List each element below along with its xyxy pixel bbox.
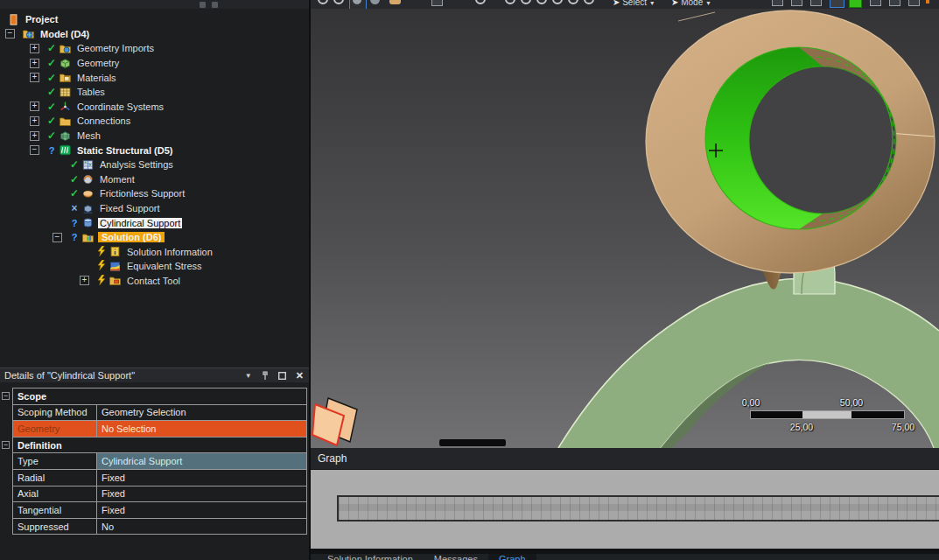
tree-item-label: Model (D4) (39, 29, 91, 39)
tree-item-mesh[interactable]: +✓Mesh (0, 129, 309, 144)
graph-panel-body (311, 470, 939, 549)
tree-item-tables[interactable]: ✓Tables (0, 85, 309, 100)
tab-graph[interactable]: Graph (488, 554, 536, 560)
details-row-value[interactable]: Fixed (97, 486, 306, 503)
zoom-icon-3[interactable] (568, 0, 578, 4)
select-filter-icon-2[interactable] (889, 0, 900, 6)
undo-arc-icon[interactable] (475, 0, 486, 4)
left-panel: Project−Model (D4)+✓Geometry Imports+✓Ge… (0, 0, 311, 560)
zoom-fit-icon[interactable] (505, 0, 515, 4)
select-face-icon[interactable] (810, 0, 822, 6)
zoom-out-icon[interactable] (333, 0, 344, 4)
select-body-active-icon[interactable] (849, 0, 862, 8)
expand-toggle[interactable]: + (30, 44, 39, 53)
section-collapse-toggle[interactable]: − (2, 392, 10, 400)
details-row-value[interactable]: No (97, 519, 306, 536)
pin-icon[interactable] (200, 2, 206, 8)
zoom-in-icon[interactable] (318, 0, 328, 4)
pan-tool-icon[interactable] (370, 0, 380, 4)
details-row-value[interactable]: Fixed (97, 470, 306, 486)
tab-messages[interactable]: Messages (424, 554, 488, 560)
tree-item-connections[interactable]: +✓Connections (0, 114, 309, 129)
ruler-label-50: 50,00 (840, 397, 863, 408)
select-face-active-button[interactable] (830, 0, 844, 8)
tree-item-solution-information[interactable]: Solution Information (0, 245, 309, 260)
select-menu[interactable]: ➤ Select ▼ (613, 0, 655, 8)
expand-toggle[interactable]: + (30, 102, 39, 111)
tree-item-label: Frictionless Support (98, 188, 186, 199)
zoom-box-icon[interactable] (521, 0, 531, 4)
tree-item-analysis-settings[interactable]: ✓Analysis Settings (0, 158, 309, 172)
expand-toggle[interactable]: − (53, 233, 62, 242)
section-collapse-toggle[interactable]: − (2, 441, 10, 449)
details-row-label: Radial (13, 470, 97, 486)
details-row-label: Tangential (13, 502, 97, 519)
select-filter-icon-3[interactable] (908, 0, 920, 6)
expand-toggle[interactable]: − (5, 29, 15, 38)
tree-item-label: Solution (D6) (98, 232, 165, 242)
tree-item-static-structural-d5[interactable]: −?Static Structural (D5) (0, 143, 309, 158)
check-icon: ✓ (69, 173, 80, 186)
zoom-icon-2[interactable] (552, 0, 563, 4)
bottom-tab-bar: Solution InformationMessagesGraph (311, 554, 939, 560)
viewport-bottom-bar (439, 439, 506, 446)
select-edge-icon[interactable] (791, 0, 802, 6)
expand-toggle[interactable]: + (30, 73, 39, 82)
select-filter-icon-1[interactable] (870, 0, 881, 6)
close-icon[interactable]: ✕ (296, 370, 304, 382)
expand-toggle[interactable]: − (30, 145, 39, 155)
tree-item-cylindrical-support[interactable]: ?Cylindrical Support (0, 215, 309, 230)
expand-toggle[interactable]: + (30, 116, 39, 126)
dropdown-icon[interactable]: ▼ (245, 372, 252, 380)
tree-item-equivalent-stress[interactable]: Equivalent Stress (0, 259, 309, 274)
details-table: Scope−Scoping MethodGeometry SelectionGe… (12, 388, 307, 535)
details-row-value[interactable]: No Selection (97, 421, 306, 438)
grid-icon[interactable] (431, 0, 443, 6)
expand-toggle[interactable]: + (80, 276, 89, 285)
tree-item-coordinate-systems[interactable]: +✓Coordinate Systems (0, 100, 309, 115)
cursor-arrow-icon: ➤ (613, 0, 620, 7)
details-row-value[interactable]: Geometry Selection (97, 405, 306, 422)
timeline-bar[interactable] (337, 495, 939, 522)
tree-item-label: Geometry (75, 58, 121, 68)
question-icon: ? (46, 145, 57, 156)
question-icon: ? (69, 232, 80, 242)
tree-item-label: Project (24, 14, 60, 24)
details-row-value[interactable]: Cylindrical Support (97, 453, 306, 470)
tree-item-model-d4[interactable]: −Model (D4) (0, 27, 309, 42)
cylindrical-icon (81, 217, 95, 228)
check-icon: ✓ (46, 101, 57, 113)
tree-item-geometry[interactable]: +✓Geometry (0, 56, 309, 71)
3d-viewport-canvas[interactable] (311, 9, 939, 448)
select-vertex-icon[interactable] (772, 0, 783, 6)
close-icon[interactable] (212, 2, 218, 8)
tree-item-frictionless-support[interactable]: ✓Frictionless Support (0, 186, 309, 201)
zoom-icon-4[interactable] (584, 0, 594, 4)
expand-toggle[interactable]: + (30, 131, 39, 141)
outline-pane-header (0, 0, 309, 9)
tree-item-geometry-imports[interactable]: +✓Geometry Imports (0, 41, 309, 56)
details-panel-title: Details of "Cylindrical Support" (4, 370, 135, 381)
graph-panel-header: Graph (311, 448, 939, 470)
tree-item-solution-d6[interactable]: −?Solution (D6) (0, 230, 309, 245)
tree-item-label: Materials (75, 73, 118, 83)
tree-item-project[interactable]: Project (0, 12, 309, 27)
xmark-icon: × (69, 202, 80, 214)
tree-item-contact-tool[interactable]: +Contact Tool (0, 274, 309, 289)
tree-item-label: Equivalent Stress (125, 261, 204, 271)
tree-item-fixed-support[interactable]: ×Fixed Support (0, 201, 309, 216)
paint-select-icon[interactable] (926, 0, 929, 4)
tree-item-materials[interactable]: +✓Materials (0, 70, 309, 85)
tree-item-label: Mesh (75, 130, 102, 141)
details-row-value[interactable]: Fixed (97, 502, 306, 519)
tree-item-moment[interactable]: ✓Moment (0, 172, 309, 187)
orbit-hand-icon[interactable] (389, 0, 401, 4)
details-panel-header: Details of "Cylindrical Support" ▼ ✕ (0, 368, 309, 382)
expand-toggle[interactable]: + (30, 59, 39, 68)
mode-menu[interactable]: ➤ Mode ▼ (671, 0, 711, 8)
bore-hole (749, 66, 896, 214)
zoom-icon-1[interactable] (536, 0, 547, 4)
tab-solution-information[interactable]: Solution Information (317, 554, 424, 560)
maximize-icon[interactable] (278, 372, 286, 380)
pin-icon[interactable] (262, 371, 269, 381)
